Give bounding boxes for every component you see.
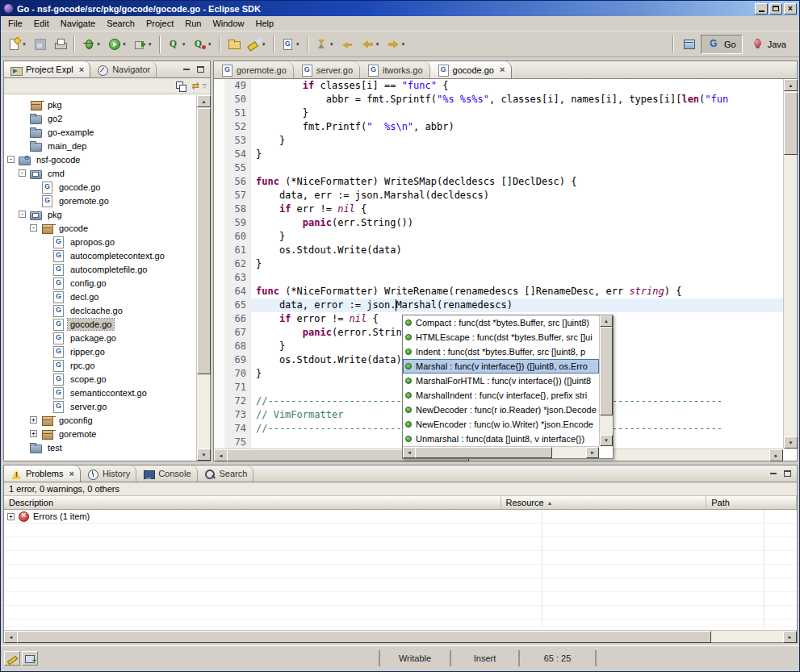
autocomplete-item[interactable]: NewEncoder : func(w io.Writer) *json.Enc…: [403, 417, 599, 432]
autocomplete-item[interactable]: Unmarshal : func(data []uint8, v interfa…: [403, 432, 599, 446]
scroll-up-button[interactable]: ▲: [600, 315, 613, 327]
code-line[interactable]: 60 }: [214, 230, 783, 244]
menu-item-window[interactable]: Window: [207, 17, 249, 30]
popup-vertical-scrollbar[interactable]: ▲ ▼: [599, 315, 613, 446]
expand-icon[interactable]: +: [30, 430, 37, 437]
dropdown-arrow-icon[interactable]: ▼: [262, 42, 266, 47]
autocomplete-item[interactable]: MarshalForHTML : func(v interface{}) ([]…: [403, 374, 599, 388]
new-wizard-button[interactable]: ▼: [5, 35, 29, 54]
code-line[interactable]: 56func (*NiceFormatter) WriteSMap(declde…: [214, 175, 783, 189]
tree-item[interactable]: main_dep: [4, 139, 196, 152]
column-header-path[interactable]: Path: [706, 496, 797, 509]
close-icon[interactable]: ×: [79, 65, 84, 74]
dropdown-arrow-icon[interactable]: ▼: [148, 42, 153, 47]
tree-item[interactable]: go2: [4, 111, 196, 125]
tree-item[interactable]: scope.go: [4, 372, 196, 386]
scroll-left-button[interactable]: ◄: [403, 447, 416, 458]
tab-console[interactable]: Console: [136, 465, 197, 482]
autocomplete-item[interactable]: MarshalIndent : func(v interface{}, pref…: [403, 388, 599, 403]
menu-item-navigate[interactable]: Navigate: [55, 17, 101, 30]
pencil-icon[interactable]: [4, 651, 20, 666]
code-line[interactable]: 49 if classes[i] == "func" {: [214, 79, 783, 93]
scroll-down-button[interactable]: ▼: [600, 435, 613, 446]
dropdown-arrow-icon[interactable]: ▼: [96, 42, 101, 47]
explorer-tree[interactable]: pkggo2go-examplemain_dep-nsf-gocode-cmdg…: [4, 95, 196, 461]
tree-item[interactable]: -cmd: [4, 166, 196, 180]
autocomplete-item[interactable]: Indent : func(dst *bytes.Buffer, src []u…: [403, 344, 599, 359]
flashlight-search-button[interactable]: ▼: [245, 35, 269, 54]
print-button[interactable]: [51, 35, 69, 54]
tree-item[interactable]: package.go: [4, 331, 196, 344]
code-line[interactable]: 57 data, err := json.Marshal(decldescs): [214, 189, 783, 202]
collapse-icon[interactable]: -: [30, 224, 37, 232]
tree-item[interactable]: server.go: [4, 399, 196, 413]
minimize-view-button[interactable]: [767, 469, 779, 479]
maximize-button[interactable]: [769, 3, 782, 15]
scroll-down-button[interactable]: ▼: [197, 449, 211, 461]
tree-item[interactable]: autocompletecontext.go: [4, 248, 196, 262]
dropdown-arrow-icon[interactable]: ▼: [122, 42, 127, 47]
menu-item-project[interactable]: Project: [140, 17, 179, 30]
menu-item-file[interactable]: File: [2, 17, 28, 30]
dropdown-arrow-icon[interactable]: ▼: [22, 42, 27, 47]
editor-tab-server.go[interactable]: server.go: [294, 61, 360, 78]
scroll-right-button[interactable]: ►: [769, 449, 783, 461]
run-button[interactable]: ▼: [105, 35, 129, 54]
popup-horizontal-scrollbar[interactable]: ◄ ►: [403, 446, 599, 458]
scrollbar-thumb[interactable]: [17, 631, 711, 643]
open-folder-button[interactable]: [224, 35, 243, 54]
dropdown-arrow-icon[interactable]: ▼: [295, 42, 300, 47]
explorer-scrollbar[interactable]: ▲ ▼: [196, 95, 210, 461]
tree-item[interactable]: declcache.go: [4, 303, 196, 317]
autocomplete-list[interactable]: Compact : func(dst *bytes.Buffer, src []…: [403, 315, 599, 446]
tree-item[interactable]: autocompletefile.go: [4, 262, 196, 276]
problems-row[interactable]: +Errors (1 item): [4, 510, 797, 524]
code-line[interactable]: 58 if err != nil {: [214, 202, 783, 216]
scroll-right-button[interactable]: ►: [586, 447, 599, 458]
tree-item[interactable]: -pkg: [4, 207, 196, 221]
collapse-icon[interactable]: -: [19, 169, 26, 177]
perspective-java-button[interactable]: Java: [744, 35, 793, 54]
tree-item[interactable]: decl.go: [4, 290, 196, 303]
code-line[interactable]: 51 }: [214, 106, 783, 120]
maximize-view-button[interactable]: [781, 469, 794, 479]
editor-vertical-scrollbar[interactable]: ▲ ▼: [783, 79, 797, 449]
new-go-element-button[interactable]: ▼: [279, 35, 303, 54]
code-line[interactable]: 54}: [214, 148, 783, 161]
expand-icon[interactable]: +: [7, 513, 15, 520]
autocomplete-item[interactable]: HTMLEscape : func(dst *bytes.Buffer, src…: [403, 330, 599, 344]
maximize-view-button[interactable]: [195, 65, 207, 75]
close-icon[interactable]: ×: [69, 470, 73, 478]
forward-button[interactable]: ▼: [384, 35, 408, 54]
scroll-up-button[interactable]: ▲: [784, 79, 798, 91]
tree-item[interactable]: test: [4, 440, 196, 454]
editor-tab-goremote.go[interactable]: goremote.go: [214, 61, 294, 78]
scrollbar-thumb[interactable]: [415, 447, 552, 458]
tree-item[interactable]: +goconfig: [4, 413, 196, 427]
scrollbar-thumb[interactable]: [197, 108, 211, 374]
tab-search[interactable]: Search: [198, 465, 254, 482]
tree-item[interactable]: apropos.go: [4, 235, 196, 248]
menu-item-edit[interactable]: Edit: [28, 17, 55, 30]
autocomplete-item[interactable]: NewDecoder : func(r io.Reader) *json.Dec…: [403, 403, 599, 417]
dropdown-arrow-icon[interactable]: ▼: [207, 42, 212, 47]
autocomplete-item[interactable]: Marshal : func(v interface{}) ([]uint8, …: [403, 359, 599, 374]
tree-item[interactable]: semanticcontext.go: [4, 386, 196, 399]
code-line[interactable]: 53 }: [214, 134, 783, 148]
tree-item[interactable]: -nsf-gocode: [4, 152, 196, 166]
close-button[interactable]: ×: [784, 3, 797, 15]
tab-project-explorer[interactable]: Project Expl ×: [4, 61, 90, 77]
tree-item[interactable]: gocode.go: [4, 317, 196, 331]
tree-item[interactable]: -gocode: [4, 221, 196, 235]
code-line[interactable]: 61 os.Stdout.Write(data): [214, 244, 783, 257]
tree-item[interactable]: pkg: [4, 98, 196, 111]
profile-button[interactable]: ▼: [191, 35, 215, 54]
menu-item-help[interactable]: Help: [250, 17, 280, 30]
column-header-description[interactable]: Description: [4, 496, 501, 509]
code-line[interactable]: 63: [214, 271, 783, 285]
tab-navigator[interactable]: Navigator: [90, 61, 157, 77]
dropdown-arrow-icon[interactable]: ▼: [329, 42, 334, 47]
debug-button[interactable]: ▼: [79, 35, 103, 54]
dropdown-arrow-icon[interactable]: ▼: [401, 42, 406, 47]
code-line[interactable]: 59 panic(err.String()): [214, 216, 783, 230]
